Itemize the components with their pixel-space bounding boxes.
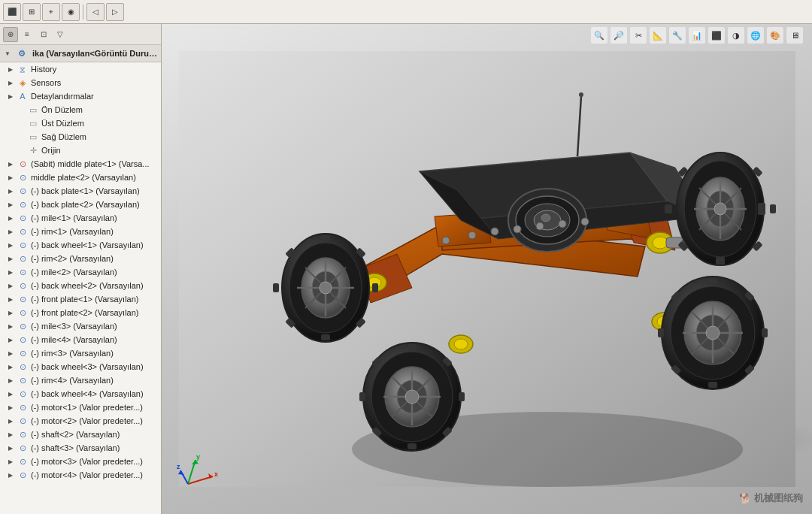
item-label: (-) mile<3> (Varsayılan) — [31, 322, 158, 331]
expand-icon[interactable]: ▶ — [6, 92, 15, 101]
expand-icon[interactable] — [17, 146, 26, 155]
tree-item-comp11[interactable]: ▶⊙(-) front plate<1> (Varsayılan) — [0, 292, 161, 306]
root-assembly-icon: ⚙ — [16, 47, 28, 59]
expand-icon[interactable]: ▶ — [6, 430, 15, 439]
tree-item-comp24[interactable]: ▶⊙(-) motor<4> (Valor predeter...) — [0, 468, 161, 482]
tree-item-orijin[interactable]: ✛Orijin — [0, 144, 161, 157]
item-icon: ⊙ — [17, 239, 29, 251]
tree-item-comp19[interactable]: ▶⊙(-) motor<1> (Valor predeter...) — [0, 401, 161, 414]
expand-icon[interactable]: ▶ — [6, 389, 15, 398]
expand-icon[interactable] — [17, 119, 26, 128]
expand-icon[interactable]: ▶ — [6, 227, 15, 236]
item-icon: ⊙ — [17, 415, 29, 427]
expand-icon[interactable] — [17, 105, 26, 114]
tree-item-comp21[interactable]: ▶⊙(-) shaft<2> (Varsayılan) — [0, 428, 161, 441]
expand-icon[interactable]: ▶ — [6, 308, 15, 317]
expand-icon[interactable]: ▶ — [6, 376, 15, 385]
expand-icon[interactable]: ▶ — [6, 200, 15, 209]
sidebar-btn-filter[interactable]: ⊕ — [3, 27, 18, 42]
tree-item-comp6[interactable]: ▶⊙(-) rim<1> (Varsayılan) — [0, 225, 161, 238]
svg-rect-105 — [708, 382, 717, 388]
expand-icon[interactable]: ▶ — [6, 335, 15, 344]
toolbar-btn-next[interactable]: ▷ — [106, 3, 124, 21]
item-icon: ⊙ — [17, 442, 29, 454]
tree-root-item[interactable]: ▼ ⚙ ika (Varsayılan<Görüntü Durumu-... — [0, 45, 161, 62]
expand-icon[interactable]: ▶ — [6, 159, 15, 168]
tree-item-comp14[interactable]: ▶⊙(-) mile<4> (Varsayılan) — [0, 333, 161, 346]
item-icon: ⊙ — [17, 361, 29, 373]
tree-item-comp18[interactable]: ▶⊙(-) back wheel<4> (Varsayılan) — [0, 387, 161, 401]
svg-text:x: x — [214, 470, 218, 478]
expand-icon[interactable]: ▶ — [6, 254, 15, 263]
tree-item-comp1[interactable]: ▶⊙(Sabit) middle plate<1> (Varsa... — [0, 157, 161, 171]
item-icon: ▭ — [27, 131, 39, 143]
tree-item-comp13[interactable]: ▶⊙(-) mile<3> (Varsayılan) — [0, 319, 161, 333]
expand-icon[interactable]: ▶ — [6, 416, 15, 425]
expand-icon[interactable]: ▶ — [6, 65, 15, 74]
tree-item-comp5[interactable]: ▶⊙(-) mile<1> (Varsayılan) — [0, 211, 161, 225]
sidebar-btn-drop[interactable]: ▽ — [53, 27, 68, 42]
item-label: (-) rim<1> (Varsayılan) — [31, 227, 158, 236]
tree-item-comp23[interactable]: ▶⊙(-) motor<3> (Valor predeter...) — [0, 455, 161, 468]
expand-icon[interactable]: ▶ — [6, 362, 15, 371]
tree-item-comp17[interactable]: ▶⊙(-) rim<4> (Varsayılan) — [0, 373, 161, 387]
expand-icon[interactable] — [17, 132, 26, 141]
svg-rect-71 — [408, 443, 417, 449]
tree-item-comp15[interactable]: ▶⊙(-) rim<3> (Varsayılan) — [0, 346, 161, 360]
expand-icon[interactable]: ▶ — [6, 268, 15, 277]
svg-point-83 — [320, 282, 332, 294]
3d-viewport[interactable]: 🔍 🔎 ✂ 📐 🔧 📊 ⬛ ◑ 🌐 🎨 🖥 — [162, 24, 812, 514]
item-label: (-) rim<4> (Varsayılan) — [31, 376, 158, 385]
tree-item-history[interactable]: ▶⧖History — [0, 62, 161, 76]
svg-rect-90 — [273, 283, 279, 292]
tree-item-comp4[interactable]: ▶⊙(-) back plate<2> (Varsayılan) — [0, 198, 161, 211]
tree-scroll-area[interactable]: ▶⧖History▶◈Sensors▶ADetaylandırmalar▭Ön … — [0, 62, 161, 514]
sidebar-btn-list[interactable]: ≡ — [20, 27, 35, 42]
item-label: middle plate<2> (Varsayılan) — [31, 173, 158, 182]
expand-icon[interactable]: ▶ — [6, 240, 15, 249]
svg-rect-50 — [758, 203, 765, 215]
toolbar-btn-prev[interactable]: ◁ — [86, 3, 105, 21]
sidebar-btn-box[interactable]: ⊡ — [36, 27, 51, 42]
tree-item-comp7[interactable]: ▶⊙(-) back wheel<1> (Varsayılan) — [0, 238, 161, 252]
item-icon: ⊙ — [17, 320, 29, 332]
svg-point-25 — [581, 218, 589, 225]
expand-icon[interactable]: ▶ — [6, 295, 15, 304]
item-icon: A — [17, 90, 29, 102]
tree-item-comp22[interactable]: ▶⊙(-) shaft<3> (Varsayılan) — [0, 441, 161, 455]
tree-item-comp3[interactable]: ▶⊙(-) back plate<1> (Varsayılan) — [0, 184, 161, 198]
svg-point-100 — [706, 326, 720, 340]
expand-icon[interactable]: ▶ — [6, 470, 15, 479]
expand-icon[interactable]: ▶ — [6, 457, 15, 466]
tree-item-comp10[interactable]: ▶⊙(-) back wheel<2> (Varsayılan) — [0, 279, 161, 292]
tree-item-ust-duzlem[interactable]: ▭Üst Düzlem — [0, 116, 161, 130]
expand-icon[interactable]: ▶ — [6, 403, 15, 412]
toolbar-btn-circle[interactable]: ◉ — [62, 3, 80, 21]
expand-icon[interactable]: ▶ — [6, 443, 15, 452]
tree-item-comp16[interactable]: ▶⊙(-) back wheel<3> (Varsayılan) — [0, 360, 161, 373]
expand-icon[interactable]: ▶ — [6, 322, 15, 331]
item-icon: ⊙ — [17, 252, 29, 265]
item-icon: ⊙ — [17, 388, 29, 400]
expand-icon[interactable]: ▶ — [6, 213, 15, 222]
expand-icon[interactable]: ▶ — [6, 281, 15, 290]
toolbar-btn-target[interactable]: ⌖ — [42, 3, 60, 21]
tree-item-detaylandirmalar[interactable]: ▶ADetaylandırmalar — [0, 89, 161, 103]
expand-icon[interactable]: ▶ — [6, 78, 15, 87]
item-icon: ⧖ — [17, 63, 29, 75]
item-icon: ⊙ — [17, 185, 29, 197]
tree-item-comp12[interactable]: ▶⊙(-) front plate<2> (Varsayılan) — [0, 306, 161, 319]
tree-item-comp2[interactable]: ▶⊙middle plate<2> (Varsayılan) — [0, 171, 161, 184]
toolbar-btn-grid[interactable]: ⊞ — [23, 3, 41, 21]
tree-item-comp20[interactable]: ▶⊙(-) motor<2> (Valor predeter...) — [0, 414, 161, 428]
tree-item-sag-duzlem[interactable]: ▭Sağ Düzlem — [0, 130, 161, 144]
tree-item-comp8[interactable]: ▶⊙(-) rim<2> (Varsayılan) — [0, 252, 161, 265]
expand-icon[interactable]: ▶ — [6, 186, 15, 195]
svg-rect-101 — [708, 278, 717, 284]
tree-item-comp9[interactable]: ▶⊙(-) mile<2> (Varsayılan) — [0, 265, 161, 279]
tree-item-sensors[interactable]: ▶◈Sensors — [0, 76, 161, 89]
expand-icon[interactable]: ▶ — [6, 173, 15, 182]
tree-item-on-duzlem[interactable]: ▭Ön Düzlem — [0, 103, 161, 116]
expand-icon[interactable]: ▶ — [6, 349, 15, 358]
toolbar-btn-new[interactable]: ⬛ — [3, 3, 21, 21]
